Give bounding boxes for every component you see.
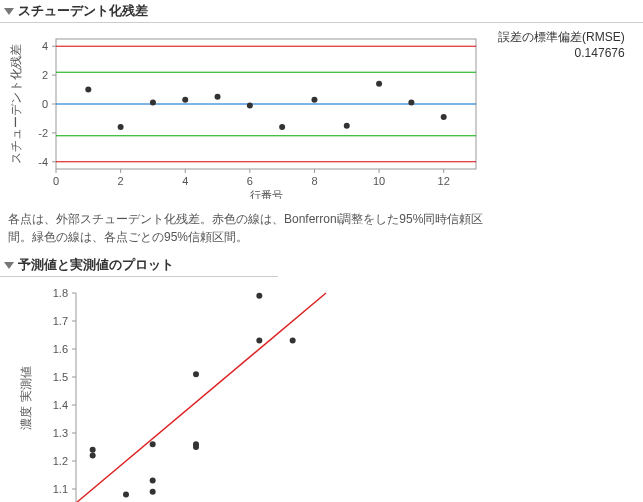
svg-text:1.6: 1.6 — [53, 343, 68, 355]
rmse-label: 誤差の標準偏差(RMSE) — [498, 29, 625, 46]
disclosure-icon[interactable] — [4, 262, 14, 269]
svg-point-40 — [344, 123, 350, 129]
rmse-value: 0.147676 — [498, 46, 625, 60]
svg-point-81 — [256, 338, 262, 344]
svg-point-79 — [193, 444, 199, 450]
svg-point-73 — [123, 492, 129, 498]
svg-point-82 — [290, 338, 296, 344]
residual-chart: -4-2024024681012行番号スチューデント化残差 — [6, 29, 486, 202]
svg-point-80 — [256, 293, 262, 299]
svg-text:10: 10 — [373, 175, 385, 187]
svg-text:0: 0 — [53, 175, 59, 187]
section-title: スチューデント化残差 — [18, 2, 148, 20]
svg-point-35 — [182, 97, 188, 103]
svg-text:4: 4 — [42, 40, 48, 52]
svg-text:1.7: 1.7 — [53, 315, 68, 327]
svg-line-70 — [76, 293, 326, 502]
svg-text:8: 8 — [311, 175, 317, 187]
svg-point-37 — [247, 102, 253, 108]
svg-text:1.3: 1.3 — [53, 427, 68, 439]
svg-point-72 — [90, 452, 96, 458]
svg-point-76 — [150, 489, 156, 495]
svg-text:6: 6 — [247, 175, 253, 187]
disclosure-icon[interactable] — [4, 8, 14, 15]
svg-text:2: 2 — [118, 175, 124, 187]
svg-text:-2: -2 — [38, 127, 48, 139]
svg-text:1.4: 1.4 — [53, 399, 68, 411]
svg-text:1.5: 1.5 — [53, 371, 68, 383]
svg-point-43 — [441, 114, 447, 120]
svg-text:1.2: 1.2 — [53, 455, 68, 467]
svg-point-38 — [279, 124, 285, 130]
pred-actual-chart: 1.11.21.31.41.51.61.71.8濃度 実測値 — [6, 283, 643, 502]
section-title-2: 予測値と実測値のプロット — [18, 256, 174, 274]
svg-point-36 — [215, 94, 221, 100]
svg-point-39 — [311, 97, 317, 103]
svg-point-74 — [150, 441, 156, 447]
svg-point-75 — [150, 478, 156, 484]
caption-text: 各点は、外部スチューデント化残差。赤色の線は、Bonferroni調整をした95… — [8, 210, 488, 246]
svg-point-71 — [90, 447, 96, 453]
svg-point-41 — [376, 81, 382, 87]
svg-text:1.1: 1.1 — [53, 483, 68, 495]
svg-point-77 — [193, 371, 199, 377]
svg-text:行番号: 行番号 — [250, 189, 283, 199]
rmse-block: 誤差の標準偏差(RMSE) 0.147676 — [498, 29, 625, 60]
svg-text:2: 2 — [42, 69, 48, 81]
svg-text:-4: -4 — [38, 156, 48, 168]
svg-text:1.8: 1.8 — [53, 287, 68, 299]
section-header-pred-actual[interactable]: 予測値と実測値のプロット — [0, 254, 278, 277]
svg-point-32 — [85, 87, 91, 93]
svg-point-34 — [150, 100, 156, 106]
svg-text:0: 0 — [42, 98, 48, 110]
svg-text:12: 12 — [438, 175, 450, 187]
svg-text:スチューデント化残差: スチューデント化残差 — [9, 44, 23, 164]
section-header-residuals[interactable]: スチューデント化残差 — [0, 0, 643, 23]
svg-text:濃度 実測値: 濃度 実測値 — [19, 366, 33, 429]
svg-point-42 — [408, 100, 414, 106]
svg-point-33 — [118, 124, 124, 130]
svg-text:4: 4 — [182, 175, 188, 187]
